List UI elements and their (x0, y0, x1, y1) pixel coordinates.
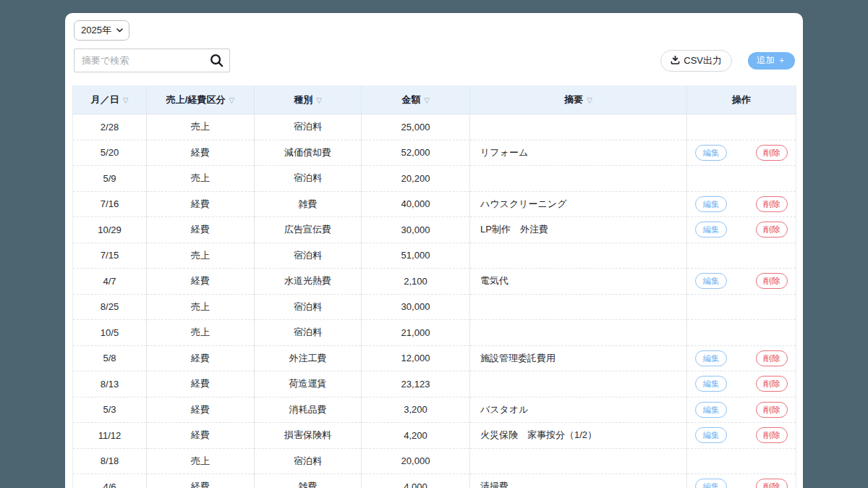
delete-button[interactable]: 削除 (756, 479, 788, 488)
sort-icon[interactable]: ▽ (316, 96, 322, 104)
cell-category: 経費 (147, 269, 255, 295)
cell-actions: 編集削除 (687, 474, 796, 488)
cell-category: 売上 (147, 243, 255, 269)
column-label: 月／日 (91, 94, 119, 105)
edit-button[interactable]: 編集 (695, 350, 727, 366)
delete-button[interactable]: 削除 (756, 350, 788, 366)
year-select[interactable]: 2025年 (74, 20, 129, 41)
cell-amount: 30,000 (362, 217, 470, 243)
sort-icon[interactable]: ▽ (229, 96, 234, 104)
cell-actions (687, 166, 796, 192)
cell-amount: 3,200 (362, 397, 470, 423)
cell-note (470, 448, 687, 474)
actions-group (687, 449, 796, 474)
table-row: 5/9売上宿泊料20,200 (73, 166, 796, 192)
sort-icon[interactable]: ▽ (123, 96, 129, 104)
cell-actions (687, 320, 796, 346)
delete-button[interactable]: 削除 (756, 427, 788, 443)
actions-group: 編集削除 (687, 423, 796, 448)
column-header-actions: 操作 (687, 85, 796, 114)
cell-note: LP制作 外注費 (470, 217, 687, 243)
cell-actions (687, 294, 796, 320)
add-button[interactable]: 追加 ＋ (748, 52, 795, 70)
cell-note: 清掃費 (470, 474, 687, 488)
cell-category: 経費 (147, 345, 255, 371)
cell-note (470, 243, 687, 269)
column-label: 金額 (401, 94, 420, 105)
cell-actions: 編集削除 (687, 397, 796, 423)
actions-group (687, 295, 796, 320)
sort-icon[interactable]: ▽ (424, 96, 430, 104)
cell-actions (687, 114, 796, 140)
sort-icon[interactable]: ▽ (587, 96, 592, 104)
edit-button[interactable]: 編集 (695, 427, 727, 443)
csv-export-label: CSV出力 (684, 54, 722, 67)
chevron-down-icon (116, 28, 123, 33)
cell-date: 5/3 (73, 397, 147, 423)
table-row: 8/18売上宿泊料20,000 (73, 448, 796, 474)
delete-button[interactable]: 削除 (756, 273, 788, 289)
table-row: 4/6経費雑費4,000清掃費編集削除 (73, 474, 796, 488)
actions-group: 編集削除 (687, 192, 796, 217)
edit-button[interactable]: 編集 (695, 402, 727, 418)
delete-button[interactable]: 削除 (756, 196, 788, 212)
cell-type: 消耗品費 (255, 397, 362, 423)
cell-amount: 20,200 (362, 166, 470, 192)
column-label: 摘要 (564, 94, 583, 105)
edit-button[interactable]: 編集 (695, 273, 727, 289)
cell-category: 経費 (147, 140, 255, 166)
cell-amount: 4,000 (362, 474, 470, 488)
cell-date: 8/18 (73, 448, 147, 474)
delete-button[interactable]: 削除 (756, 376, 788, 392)
cell-date: 5/8 (73, 345, 147, 371)
cell-note: リフォーム (470, 140, 687, 166)
cell-type: 損害保険料 (255, 423, 362, 449)
delete-button[interactable]: 削除 (756, 145, 788, 161)
cell-amount: 40,000 (362, 191, 470, 217)
cell-actions: 編集削除 (687, 269, 796, 295)
table-row: 2/28売上宿泊料25,000 (73, 114, 796, 140)
cell-category: 経費 (147, 474, 255, 488)
cell-actions: 編集削除 (687, 140, 796, 166)
cell-note (470, 166, 687, 192)
cell-type: 宿泊料 (255, 114, 362, 140)
cell-amount: 2,100 (362, 269, 470, 295)
column-header-note[interactable]: 摘要▽ (470, 85, 687, 114)
actions-group: 編集削除 (687, 474, 796, 488)
table-row: 11/12経費損害保険料4,200火災保険 家事按分（1/2）編集削除 (73, 423, 796, 449)
table-row: 8/25売上宿泊料30,000 (73, 294, 796, 320)
cell-type: 宿泊料 (255, 320, 362, 346)
cell-date: 4/7 (73, 269, 147, 295)
toolbar: CSV出力 追加 ＋ (72, 49, 796, 72)
column-header-type[interactable]: 種別▽ (255, 85, 362, 114)
cell-type: 減価償却費 (255, 140, 362, 166)
column-header-amount[interactable]: 金額▽ (362, 85, 470, 114)
cell-category: 経費 (147, 397, 255, 423)
cell-note: 火災保険 家事按分（1/2） (470, 423, 687, 449)
cell-amount: 25,000 (362, 114, 470, 140)
edit-button[interactable]: 編集 (695, 479, 727, 488)
csv-export-button[interactable]: CSV出力 (660, 50, 732, 72)
cell-category: 売上 (147, 166, 255, 192)
cell-note (470, 114, 687, 140)
cell-type: 荷造運賃 (255, 371, 362, 397)
download-icon (671, 55, 680, 67)
delete-button[interactable]: 削除 (756, 402, 788, 418)
column-header-date[interactable]: 月／日▽ (73, 85, 147, 114)
cell-category: 経費 (147, 217, 255, 243)
table-row: 5/20経費減価償却費52,000リフォーム編集削除 (73, 140, 796, 166)
table-row: 10/5売上宿泊料21,000 (73, 320, 796, 346)
actions-group (687, 243, 796, 269)
edit-button[interactable]: 編集 (695, 376, 727, 392)
cell-actions (687, 243, 796, 269)
column-header-category[interactable]: 売上/経費区分▽ (147, 85, 255, 114)
actions-group (687, 114, 796, 140)
search-input[interactable] (74, 49, 230, 72)
cell-amount: 23,123 (362, 371, 470, 397)
table-row: 4/7経費水道光熱費2,100電気代編集削除 (73, 269, 796, 295)
edit-button[interactable]: 編集 (695, 145, 727, 161)
edit-button[interactable]: 編集 (695, 222, 727, 237)
delete-button[interactable]: 削除 (756, 222, 788, 237)
edit-button[interactable]: 編集 (695, 196, 727, 212)
search-box (74, 49, 230, 72)
